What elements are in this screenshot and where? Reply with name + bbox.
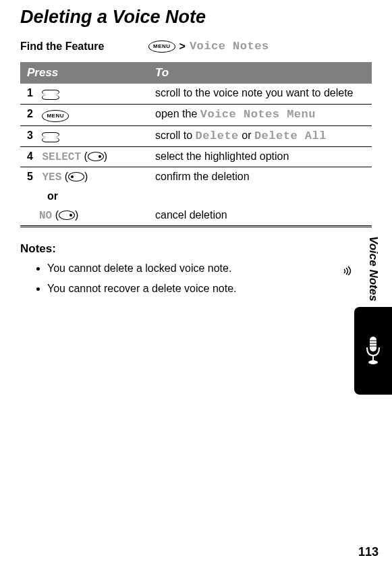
right-softkey-icon xyxy=(59,210,75,220)
step-number: 3 xyxy=(27,130,39,142)
svg-rect-0 xyxy=(370,337,376,351)
select-action-label: SELECT xyxy=(42,151,81,163)
step-description: open the Voice Notes Menu xyxy=(148,105,372,126)
list-item: You cannot recover a delete voice note. xyxy=(47,283,372,295)
table-header-press: Press xyxy=(20,62,148,84)
signal-icon xyxy=(342,264,353,275)
table-row: 3 scroll to Delete or Delete All xyxy=(20,125,372,146)
menu-key-icon: MENU xyxy=(42,110,69,122)
find-feature-label: Find the Feature xyxy=(20,40,148,53)
step-description: confirm the deletion xyxy=(148,167,372,187)
step-description: select the highlighted option xyxy=(148,146,372,167)
no-action-label: NO xyxy=(39,210,52,222)
step-number: 4 xyxy=(27,150,39,163)
side-tab: Voice Notes xyxy=(354,236,392,395)
right-softkey-icon xyxy=(88,152,104,161)
step-description: scroll to the voice note you want to del… xyxy=(148,84,372,105)
page-title: Deleting a Voice Note xyxy=(20,7,372,28)
table-header-to: To xyxy=(148,62,372,84)
page-number: 113 xyxy=(358,545,379,559)
scroll-key-icon xyxy=(42,87,59,101)
table-row: 5 YES () confirm the deletion xyxy=(20,167,372,187)
find-feature-row: Find the Feature MENU > Voice Notes xyxy=(20,40,372,53)
table-row: 4 SELECT () select the highlighted optio… xyxy=(20,146,372,167)
step-description: scroll to Delete or Delete All xyxy=(148,125,372,146)
scroll-key-icon xyxy=(42,130,59,143)
step-number: 2 xyxy=(27,108,39,120)
or-label: or xyxy=(27,190,58,202)
step-number: 1 xyxy=(27,87,39,99)
side-tab-label: Voice Notes xyxy=(366,236,380,307)
list-item: You cannot delete a locked voice note. xyxy=(47,262,372,275)
table-row-or: or xyxy=(20,187,372,206)
table-row: 1 scroll to the voice note you want to d… xyxy=(20,84,372,105)
steps-table: Press To 1 scroll to the voice note you … xyxy=(20,62,372,227)
side-tab-icon-container xyxy=(354,307,392,395)
left-softkey-icon xyxy=(68,172,84,181)
table-row: NO () cancel deletion xyxy=(20,206,372,227)
step-number: 5 xyxy=(27,171,39,183)
breadcrumb-arrow: > xyxy=(179,40,186,53)
notes-heading: Notes: xyxy=(20,242,372,256)
microphone-icon xyxy=(363,334,383,368)
svg-point-5 xyxy=(368,360,378,364)
notes-list: You cannot delete a locked voice note. Y… xyxy=(20,262,372,295)
menu-key-icon: MENU xyxy=(148,40,175,53)
table-row: 2 MENU open the Voice Notes Menu xyxy=(20,105,372,126)
yes-action-label: YES xyxy=(42,171,61,183)
breadcrumb-path: Voice Notes xyxy=(190,40,269,53)
step-description: cancel deletion xyxy=(148,206,372,227)
